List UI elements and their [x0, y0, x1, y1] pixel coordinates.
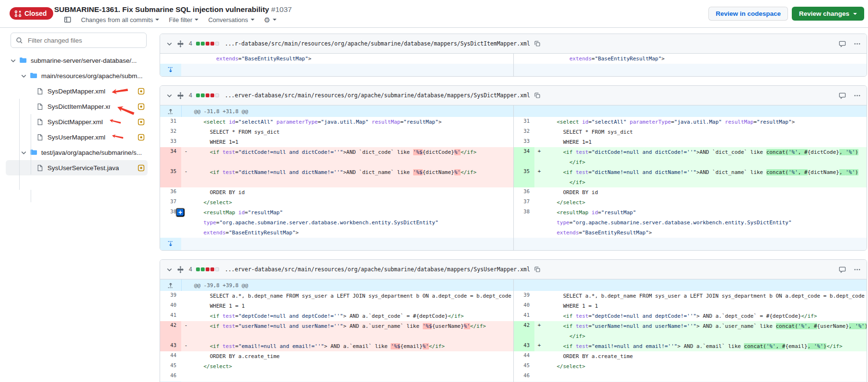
tree-item-label: SysDictItemMapper.xml	[47, 103, 110, 110]
line-number[interactable]	[513, 54, 534, 64]
tree-folder-test-java-org-apache-submarine-s-[interactable]: test/java/org/apache/submarine/s...	[6, 145, 148, 160]
tree-folder-submarine-server-server-database-[interactable]: submarine-server/server-database/...	[6, 53, 148, 68]
line-number[interactable]: 35	[513, 167, 534, 187]
collapse-file-chevron-icon[interactable]	[166, 40, 173, 47]
diff-right-context-line: 36 ORDER BY id	[513, 187, 867, 197]
comment-icon[interactable]	[839, 92, 846, 99]
comment-icon[interactable]	[839, 40, 846, 47]
line-number[interactable]: 36	[160, 187, 181, 197]
code-cell: WHERE 1=1	[191, 137, 513, 147]
expand-up-button[interactable]	[160, 279, 182, 291]
diff-left-context-line: 46	[160, 371, 513, 382]
tree-file-sysusermapper-xml[interactable]: SysUserMapper.xml	[6, 129, 148, 145]
line-number[interactable]: 46	[160, 371, 181, 382]
line-number[interactable]: 31	[160, 117, 181, 127]
tree-file-sysuserservicetest-java[interactable]: SysUserServiceTest.java	[6, 160, 148, 175]
diffstat-square-add	[196, 267, 200, 271]
file-modified-icon	[138, 103, 145, 110]
chevron-down-icon[interactable]	[20, 72, 27, 80]
line-number[interactable]: 33	[513, 137, 534, 147]
kebab-menu-icon[interactable]	[854, 266, 861, 273]
line-number[interactable]: 38	[513, 208, 534, 238]
copy-path-icon[interactable]	[534, 40, 541, 47]
tree-file-sysdictitemmapper-xml[interactable]: SysDictItemMapper.xml	[6, 99, 148, 114]
line-number[interactable]: 32	[513, 127, 534, 137]
pr-title: SUBMARINE-1361. Fix Submarine SQL inject…	[54, 5, 292, 14]
diff-settings-menu[interactable]: ⚙	[264, 16, 277, 23]
code-cell: </select>	[544, 197, 867, 208]
kebab-menu-icon[interactable]	[854, 40, 861, 47]
expand-down-button[interactable]	[160, 64, 181, 76]
line-number[interactable]: 33	[160, 137, 181, 147]
drag-handle-icon[interactable]	[177, 266, 184, 273]
add-comment-button[interactable]: +	[176, 208, 185, 217]
diff-sign	[534, 54, 544, 64]
line-number[interactable]: 32	[160, 127, 181, 137]
file-path[interactable]: ...r-database/src/main/resources/org/apa…	[225, 40, 530, 47]
line-number[interactable]: 46	[513, 371, 534, 382]
drag-handle-icon[interactable]	[177, 40, 184, 47]
tree-item-label: SysDictMapper.xml	[47, 118, 103, 126]
chevron-down-icon	[155, 19, 159, 21]
code-cell: <if test="deptCode!=null and deptCode!='…	[191, 311, 513, 321]
filter-changed-files-box[interactable]	[11, 33, 147, 48]
tree-file-sysdictmapper-xml[interactable]: SysDictMapper.xml	[6, 114, 148, 129]
file-diff-panel-2: 4...erver-database/src/main/resources/or…	[160, 259, 867, 382]
line-number[interactable]: 43	[513, 341, 534, 351]
line-number[interactable]	[160, 54, 181, 64]
line-number[interactable]: 34	[513, 147, 534, 167]
line-number[interactable]: 37	[160, 197, 181, 208]
file-path[interactable]: ...erver-database/src/main/resources/org…	[225, 92, 530, 99]
line-number[interactable]: 43	[160, 341, 181, 351]
pull-request-closed-icon	[14, 10, 22, 17]
copy-path-icon[interactable]	[534, 92, 541, 99]
diff-sign	[534, 197, 544, 208]
line-number[interactable]: 36	[513, 187, 534, 197]
tree-guide-line	[31, 114, 31, 174]
line-number[interactable]: 42	[513, 321, 534, 341]
tree-folder-main-resources-org-apache-subm-[interactable]: main/resources/org/apache/subm...	[6, 68, 148, 83]
changes-from-menu[interactable]: Changes from all commits	[81, 16, 159, 23]
review-in-codespace-button[interactable]: Review in codespace	[708, 7, 788, 21]
line-number[interactable]: 42	[160, 321, 181, 341]
diffstat-square-del	[210, 93, 214, 97]
pr-number: #1037	[271, 5, 292, 13]
comment-icon[interactable]	[839, 266, 846, 273]
file-filter-menu[interactable]: File filter	[169, 16, 198, 23]
line-number[interactable]: 45	[160, 361, 181, 371]
diff-sign	[181, 301, 191, 311]
copy-path-icon[interactable]	[534, 266, 541, 273]
conversations-menu[interactable]: Conversations	[208, 16, 254, 23]
file-path[interactable]: ...erver-database/src/main/resources/org…	[225, 266, 530, 273]
diff-sign	[181, 137, 191, 147]
line-number[interactable]: 41	[160, 311, 181, 321]
expand-down-button[interactable]	[160, 238, 181, 250]
line-number[interactable]: 40	[160, 301, 181, 311]
filter-changed-files-input[interactable]	[27, 36, 141, 45]
line-number[interactable]: 39	[513, 291, 534, 301]
line-number[interactable]: 34	[160, 147, 181, 167]
expand-up-button[interactable]	[160, 105, 182, 117]
file-tree-toggle-icon[interactable]	[64, 16, 71, 23]
line-number[interactable]: 35	[160, 167, 181, 187]
chevron-down-icon[interactable]	[10, 57, 17, 64]
line-number[interactable]: 45	[513, 361, 534, 371]
diff-left-context-line: 37 </select>	[160, 197, 513, 208]
diff-left-context-line: 33 WHERE 1=1	[160, 137, 513, 147]
collapse-file-chevron-icon[interactable]	[166, 92, 173, 99]
tree-file-sysdeptmapper-xml[interactable]: SysDeptMapper.xml	[6, 83, 148, 99]
chevron-down-icon[interactable]	[20, 149, 27, 156]
kebab-menu-icon[interactable]	[854, 92, 861, 99]
diff-right-added-line: 35+ <if test="dictName!=null and dictNam…	[513, 167, 867, 187]
code-cell: ORDER BY id	[544, 187, 867, 197]
line-number[interactable]: 40	[513, 301, 534, 311]
line-number[interactable]: 31	[513, 117, 534, 127]
line-number[interactable]: 44	[160, 351, 181, 361]
review-changes-button[interactable]: Review changes	[792, 7, 864, 21]
line-number[interactable]: 41	[513, 311, 534, 321]
line-number[interactable]: 44	[513, 351, 534, 361]
line-number[interactable]: 39	[160, 291, 181, 301]
line-number[interactable]: 37	[513, 197, 534, 208]
drag-handle-icon[interactable]	[177, 92, 184, 99]
collapse-file-chevron-icon[interactable]	[166, 266, 173, 273]
